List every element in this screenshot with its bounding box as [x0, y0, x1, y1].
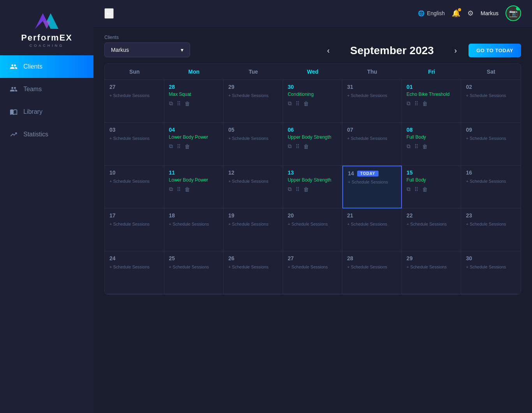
session-label[interactable]: Lower Body Power — [169, 177, 219, 183]
session-label[interactable]: Upper Body Strength — [288, 134, 338, 140]
prev-month-button[interactable]: ‹ — [323, 44, 334, 56]
schedule-sessions-button[interactable]: + Schedule Sessions — [407, 265, 456, 269]
schedule-sessions-button[interactable]: + Schedule Sessions — [109, 222, 159, 226]
user-name: Markus — [481, 10, 499, 16]
drag-icon[interactable]: ⠿ — [414, 101, 418, 107]
session-label[interactable]: Max Squat — [169, 92, 219, 97]
copy-icon[interactable]: ⧉ — [288, 143, 292, 150]
teams-icon — [9, 85, 18, 94]
session-label[interactable]: Full Body — [407, 177, 456, 183]
schedule-sessions-button[interactable]: + Schedule Sessions — [347, 222, 397, 226]
delete-icon[interactable]: 🗑 — [185, 101, 190, 107]
drag-icon[interactable]: ⠿ — [177, 186, 181, 192]
session-label[interactable]: Full Body — [407, 134, 456, 140]
schedule-sessions-button[interactable]: + Schedule Sessions — [228, 179, 278, 184]
delete-icon[interactable]: 🗑 — [303, 186, 309, 192]
schedule-sessions-button[interactable]: + Schedule Sessions — [228, 136, 278, 141]
logo-text: PerformEX — [21, 33, 72, 43]
schedule-sessions-button[interactable]: + Schedule Sessions — [466, 93, 516, 98]
main-content: ← 🌐 English 🔔 ⚙ Markus 📷 C — [93, 0, 532, 413]
library-icon — [9, 108, 18, 116]
copy-icon[interactable]: ⧉ — [169, 143, 173, 150]
drag-icon[interactable]: ⠿ — [296, 186, 299, 192]
day-cell-10-sep: 10 + Schedule Sessions — [105, 166, 164, 208]
schedule-sessions-button[interactable]: + Schedule Sessions — [228, 265, 278, 269]
go-to-today-button[interactable]: GO TO TODAY — [469, 44, 521, 57]
calendar-grid: Sun Mon Tue Wed Thu Fri Sat 27 + Schedul… — [104, 64, 521, 295]
copy-icon[interactable]: ⧉ — [407, 100, 410, 107]
day-header-fri: Fri — [402, 64, 462, 80]
delete-icon[interactable]: 🗑 — [422, 143, 428, 150]
schedule-sessions-button[interactable]: + Schedule Sessions — [288, 265, 338, 269]
language-button[interactable]: 🌐 English — [418, 10, 445, 16]
schedule-sessions-button[interactable]: + Schedule Sessions — [109, 179, 159, 184]
schedule-sessions-button[interactable]: + Schedule Sessions — [288, 222, 338, 226]
day-cell-04-sep: 04 Lower Body Power ⧉ ⠿ 🗑 — [164, 123, 224, 166]
delete-icon[interactable]: 🗑 — [303, 101, 309, 107]
schedule-sessions-button[interactable]: + Schedule Sessions — [169, 265, 219, 269]
schedule-sessions-button[interactable]: + Schedule Sessions — [348, 180, 396, 184]
schedule-sessions-button[interactable]: + Schedule Sessions — [347, 93, 397, 98]
copy-icon[interactable]: ⧉ — [407, 143, 410, 150]
next-month-button[interactable]: › — [450, 44, 461, 56]
notifications-button[interactable]: 🔔 — [452, 9, 460, 18]
session-label[interactable]: Conditioning — [288, 92, 338, 97]
avatar-online-dot — [516, 7, 520, 11]
notification-dot — [458, 8, 461, 11]
day-number: 02 — [466, 84, 516, 90]
schedule-sessions-button[interactable]: + Schedule Sessions — [169, 222, 219, 226]
delete-icon[interactable]: 🗑 — [422, 101, 428, 107]
drag-icon[interactable]: ⠿ — [177, 143, 181, 150]
day-number: 12 — [228, 169, 278, 176]
schedule-sessions-button[interactable]: + Schedule Sessions — [228, 222, 278, 226]
back-button[interactable]: ← — [104, 8, 114, 19]
schedule-sessions-button[interactable]: + Schedule Sessions — [109, 93, 159, 98]
calendar-nav: ‹ September 2023 › GO TO TODAY — [323, 44, 521, 57]
session-label[interactable]: Lower Body Power — [169, 134, 219, 140]
drag-icon[interactable]: ⠿ — [177, 101, 181, 107]
session-label[interactable]: Echo Bike Threshold — [407, 92, 456, 97]
avatar[interactable]: 📷 — [506, 5, 521, 21]
copy-icon[interactable]: ⧉ — [169, 186, 173, 192]
day-number: 07 — [347, 127, 397, 133]
schedule-sessions-button[interactable]: + Schedule Sessions — [466, 136, 516, 141]
delete-icon[interactable]: 🗑 — [185, 143, 190, 150]
copy-icon[interactable]: ⧉ — [169, 100, 173, 107]
day-number: 30 — [288, 84, 338, 90]
delete-icon[interactable]: 🗑 — [185, 186, 190, 192]
sidebar-item-library-label: Library — [23, 108, 42, 115]
schedule-sessions-button[interactable]: + Schedule Sessions — [347, 136, 397, 141]
sidebar-item-library[interactable]: Library — [0, 101, 93, 123]
drag-icon[interactable]: ⠿ — [414, 143, 418, 150]
schedule-sessions-button[interactable]: + Schedule Sessions — [466, 265, 516, 269]
delete-icon[interactable]: 🗑 — [303, 143, 309, 150]
action-icons: ⧉ ⠿ 🗑 — [407, 100, 456, 107]
copy-icon[interactable]: ⧉ — [288, 186, 292, 192]
day-number: 31 — [347, 84, 397, 90]
sidebar-item-statistics[interactable]: Statistics — [0, 123, 93, 146]
day-cell-16-sep: 16 + Schedule Sessions — [461, 166, 521, 208]
sidebar-item-teams[interactable]: Teams — [0, 78, 93, 101]
client-dropdown[interactable]: Markus ▾ — [104, 42, 190, 57]
schedule-sessions-button[interactable]: + Schedule Sessions — [466, 222, 516, 226]
schedule-sessions-button[interactable]: + Schedule Sessions — [109, 136, 159, 141]
sidebar-item-clients[interactable]: Clients — [0, 55, 93, 78]
drag-icon[interactable]: ⠿ — [414, 186, 418, 192]
drag-icon[interactable]: ⠿ — [296, 101, 299, 107]
delete-icon[interactable]: 🗑 — [422, 186, 428, 192]
session-label[interactable]: Upper Body Strength — [288, 177, 338, 183]
logo-sub: COACHING — [30, 44, 64, 48]
drag-icon[interactable]: ⠿ — [296, 143, 299, 150]
schedule-sessions-button[interactable]: + Schedule Sessions — [347, 265, 397, 269]
schedule-sessions-button[interactable]: + Schedule Sessions — [228, 93, 278, 98]
day-cell-20-sep: 20 + Schedule Sessions — [283, 208, 343, 251]
schedule-sessions-button[interactable]: + Schedule Sessions — [407, 222, 456, 226]
settings-button[interactable]: ⚙ — [467, 9, 474, 18]
copy-icon[interactable]: ⧉ — [288, 100, 292, 107]
language-label: English — [427, 10, 445, 16]
day-number: 18 — [169, 212, 219, 219]
schedule-sessions-button[interactable]: + Schedule Sessions — [466, 179, 516, 184]
day-number: 29 — [407, 255, 456, 261]
copy-icon[interactable]: ⧉ — [407, 186, 410, 192]
schedule-sessions-button[interactable]: + Schedule Sessions — [109, 265, 159, 269]
